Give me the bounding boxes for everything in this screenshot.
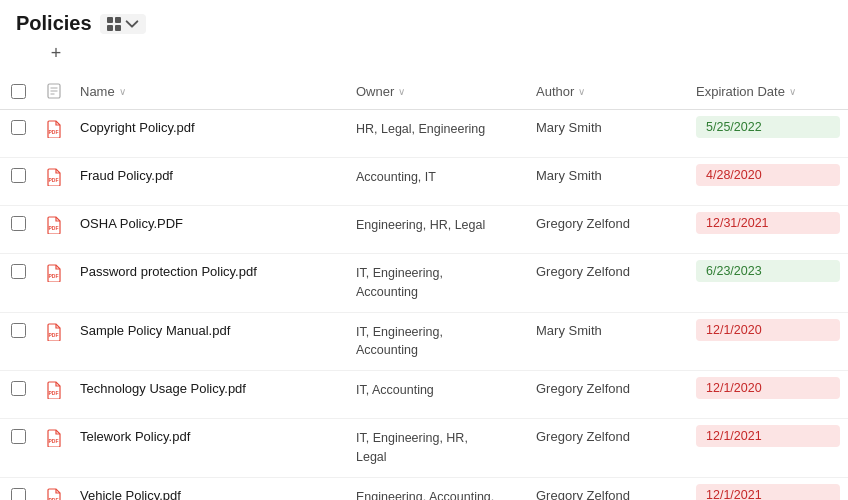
pdf-icon: PDF [46,120,62,138]
row-checkbox-cell[interactable] [0,254,36,289]
file-icon-cell: PDF [36,254,72,292]
svg-text:PDF: PDF [49,273,59,279]
table-row: PDF Telework Policy.pdf IT, Engineering,… [0,419,848,478]
pdf-icon: PDF [46,488,62,501]
name-col-header[interactable]: Name ∨ [72,79,348,103]
expiration-cell: 12/1/2021 [688,419,848,453]
svg-rect-3 [115,25,121,31]
owner-sort-icon: ∨ [398,86,405,97]
svg-rect-0 [107,17,113,23]
row-checkbox-cell[interactable] [0,110,36,145]
pdf-icon: PDF [46,216,62,234]
row-checkbox-cell[interactable] [0,478,36,501]
svg-text:PDF: PDF [49,438,59,444]
author-cell: Gregory Zelfond [528,254,688,289]
file-name-cell[interactable]: Vehicle Policy.pdf [72,478,348,501]
svg-text:PDF: PDF [49,497,59,501]
expiry-badge: 5/25/2022 [696,116,840,138]
page-title: Policies [16,12,92,35]
chevron-down-icon [124,16,140,32]
author-cell: Gregory Zelfond [528,419,688,454]
pdf-icon: PDF [46,168,62,186]
expiry-badge: 12/1/2020 [696,319,840,341]
expiry-badge: 12/31/2021 [696,212,840,234]
file-icon-cell: PDF [36,478,72,501]
file-name-cell[interactable]: Technology Usage Policy.pdf [72,371,348,406]
row-checkbox-cell[interactable] [0,158,36,193]
expiration-sort-icon: ∨ [789,86,796,97]
expiration-cell: 12/1/2020 [688,371,848,405]
row-checkbox[interactable] [11,323,26,338]
table-row: PDF Technology Usage Policy.pdf IT, Acco… [0,371,848,419]
file-name-cell[interactable]: Sample Policy Manual.pdf [72,313,348,348]
file-icon-cell: PDF [36,419,72,457]
author-cell: Mary Smith [528,110,688,145]
page-header: Policies [0,0,848,39]
row-checkbox-cell[interactable] [0,371,36,406]
row-checkbox[interactable] [11,216,26,231]
expiration-cell: 6/23/2023 [688,254,848,288]
owner-cell: Engineering, Accounting,HR [348,478,528,501]
table-row: PDF Copyright Policy.pdf HR, Legal, Engi… [0,110,848,158]
svg-text:PDF: PDF [49,129,59,135]
file-name-cell[interactable]: Copyright Policy.pdf [72,110,348,145]
owner-cell: HR, Legal, Engineering [348,110,528,149]
row-checkbox-cell[interactable] [0,419,36,454]
svg-rect-2 [107,25,113,31]
expiration-cell: 5/25/2022 [688,110,848,144]
owner-cell: IT, Accounting [348,371,528,410]
svg-text:PDF: PDF [49,332,59,338]
table-row: PDF OSHA Policy.PDF Engineering, HR, Leg… [0,206,848,254]
owner-cell: IT, Engineering,Accounting [348,313,528,371]
grid-icon [106,16,122,32]
svg-text:PDF: PDF [49,225,59,231]
expiry-badge: 6/23/2023 [696,260,840,282]
table-header: Name ∨ Owner ∨ Author ∨ Expiration Date … [0,73,848,110]
author-col-header[interactable]: Author ∨ [528,79,688,103]
file-icon-cell: PDF [36,206,72,244]
view-toggle[interactable] [100,14,146,34]
file-header-icon [47,83,61,99]
name-sort-icon: ∨ [119,86,126,97]
expiry-badge: 12/1/2021 [696,425,840,447]
file-name-cell[interactable]: Telework Policy.pdf [72,419,348,454]
author-sort-icon: ∨ [578,86,585,97]
pdf-icon: PDF [46,323,62,341]
file-icon-cell: PDF [36,371,72,409]
author-cell: Gregory Zelfond [528,478,688,501]
expiry-badge: 12/1/2021 [696,484,840,501]
owner-cell: Accounting, IT [348,158,528,197]
svg-text:PDF: PDF [49,177,59,183]
table-row: PDF Vehicle Policy.pdf Engineering, Acco… [0,478,848,501]
add-button[interactable]: + [44,41,68,65]
pdf-icon: PDF [46,381,62,399]
checkbox-header[interactable] [0,79,36,103]
owner-cell: Engineering, HR, Legal [348,206,528,245]
select-all-checkbox[interactable] [11,84,26,99]
file-name-cell[interactable]: Password protection Policy.pdf [72,254,348,289]
row-checkbox[interactable] [11,429,26,444]
author-cell: Mary Smith [528,158,688,193]
svg-text:PDF: PDF [49,390,59,396]
row-checkbox[interactable] [11,120,26,135]
file-icon-cell: PDF [36,110,72,148]
row-checkbox[interactable] [11,381,26,396]
author-cell: Mary Smith [528,313,688,348]
svg-rect-1 [115,17,121,23]
file-icon-cell: PDF [36,313,72,351]
pdf-icon: PDF [46,429,62,447]
file-icon-cell: PDF [36,158,72,196]
icon-header [36,79,72,103]
row-checkbox-cell[interactable] [0,206,36,241]
expiration-col-header[interactable]: Expiration Date ∨ [688,79,848,103]
row-checkbox-cell[interactable] [0,313,36,348]
row-checkbox[interactable] [11,168,26,183]
author-cell: Gregory Zelfond [528,371,688,406]
row-checkbox[interactable] [11,488,26,501]
table-body: PDF Copyright Policy.pdf HR, Legal, Engi… [0,110,848,500]
owner-col-header[interactable]: Owner ∨ [348,79,528,103]
file-name-cell[interactable]: OSHA Policy.PDF [72,206,348,241]
row-checkbox[interactable] [11,264,26,279]
expiration-cell: 4/28/2020 [688,158,848,192]
file-name-cell[interactable]: Fraud Policy.pdf [72,158,348,193]
